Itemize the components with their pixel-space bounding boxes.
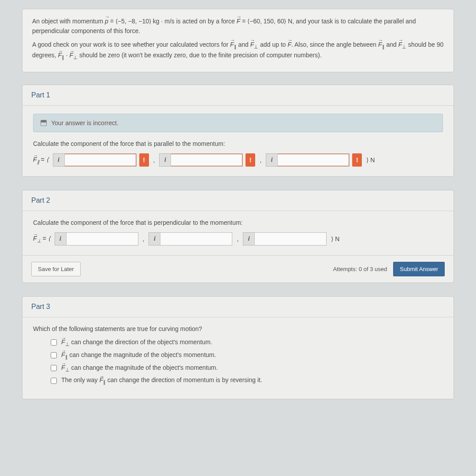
choice-3-checkbox[interactable] (51, 365, 57, 371)
error-separator-icon: ! (139, 153, 149, 167)
f-par-y-input[interactable] (171, 154, 242, 166)
info-icon[interactable]: i (53, 154, 65, 166)
unit-label: ⟩ N (366, 156, 375, 164)
part-3-card: Part 3 Which of the following statements… (22, 296, 454, 399)
f-perp-z-field[interactable]: i (243, 232, 327, 245)
feedback-incorrect: Your answer is incorrect. (33, 114, 443, 132)
f-perp-y-input[interactable] (160, 233, 232, 245)
part-2-card: Part 2 Calculate the component of the fo… (22, 190, 454, 283)
choice-3[interactable]: F⊥ can change the magnitude of the objec… (51, 364, 443, 372)
f-perp-x-input[interactable] (67, 233, 138, 245)
feedback-text: Your answer is incorrect. (51, 119, 119, 126)
choice-4[interactable]: The only way F∥ can change the direction… (51, 376, 443, 385)
vector-p: p (105, 16, 108, 26)
part-2-prompt: Calculate the component of the force tha… (33, 219, 443, 226)
part-2-input-row: F⊥ = ⟨ i , i , i ⟩ N (33, 232, 443, 245)
f-perp-z-input[interactable] (255, 233, 326, 245)
info-icon[interactable]: i (266, 154, 278, 166)
f-par-x-input[interactable] (65, 154, 136, 166)
error-separator-icon: ! (352, 153, 362, 167)
comma-sep: , (258, 156, 263, 164)
f-par-z-input[interactable] (278, 154, 349, 166)
stem-para-2: A good check on your work is to see whet… (32, 40, 444, 61)
part-1-title: Part 1 (22, 85, 454, 106)
choice-list: F⊥ can change the direction of the objec… (33, 338, 443, 385)
comma-sep: , (235, 235, 240, 242)
part-3-title: Part 3 (22, 297, 454, 317)
choice-1[interactable]: F⊥ can change the direction of the objec… (51, 338, 443, 347)
f-par-z-field[interactable]: i (266, 153, 350, 167)
info-icon[interactable]: i (149, 233, 160, 245)
info-icon[interactable]: i (55, 233, 67, 245)
part-2-title: Part 2 (22, 190, 454, 211)
attempts-text: Attempts: 0 of 3 used (333, 266, 387, 272)
choice-2-checkbox[interactable] (51, 352, 57, 358)
info-icon[interactable]: i (243, 233, 255, 245)
question-stem: An object with momentum p = ⟨−5, −8, −10… (22, 9, 454, 72)
choice-2[interactable]: F∥ can change the magnitude of the objec… (51, 351, 443, 360)
comma-sep: , (152, 156, 157, 164)
part-2-footer: Save for Later Attempts: 0 of 3 used Sub… (22, 255, 454, 283)
submit-answer-button[interactable]: Submit Answer (393, 262, 445, 276)
f-perp-y-field[interactable]: i (149, 232, 232, 245)
f-par-y-field[interactable]: i (159, 153, 243, 167)
vector-F: F (237, 16, 241, 26)
error-separator-icon: ! (245, 153, 255, 167)
part-1-input-row: F∥ = ⟨ i ! , i ! , i ! ⟩ N (33, 153, 443, 167)
save-for-later-button[interactable]: Save for Later (31, 262, 81, 276)
part-1-card: Part 1 Your answer is incorrect. Calcula… (22, 85, 454, 177)
part-3-prompt: Which of the following statements are tr… (33, 325, 443, 332)
f-parallel-label: F∥ = ⟨ (33, 156, 48, 164)
comma-sep: , (141, 235, 146, 242)
part-1-prompt: Calculate the component of the force tha… (33, 140, 443, 147)
f-perp-label: F⊥ = ⟨ (33, 235, 50, 243)
f-perp-x-field[interactable]: i (55, 232, 138, 245)
unit-label: ⟩ N (331, 235, 339, 242)
choice-4-checkbox[interactable] (51, 378, 57, 384)
f-par-x-field[interactable]: i (53, 153, 137, 167)
choice-1-checkbox[interactable] (51, 339, 57, 346)
flag-icon (41, 120, 47, 126)
stem-para-1: An object with momentum p = ⟨−5, −8, −10… (32, 16, 444, 36)
info-icon[interactable]: i (160, 154, 171, 166)
